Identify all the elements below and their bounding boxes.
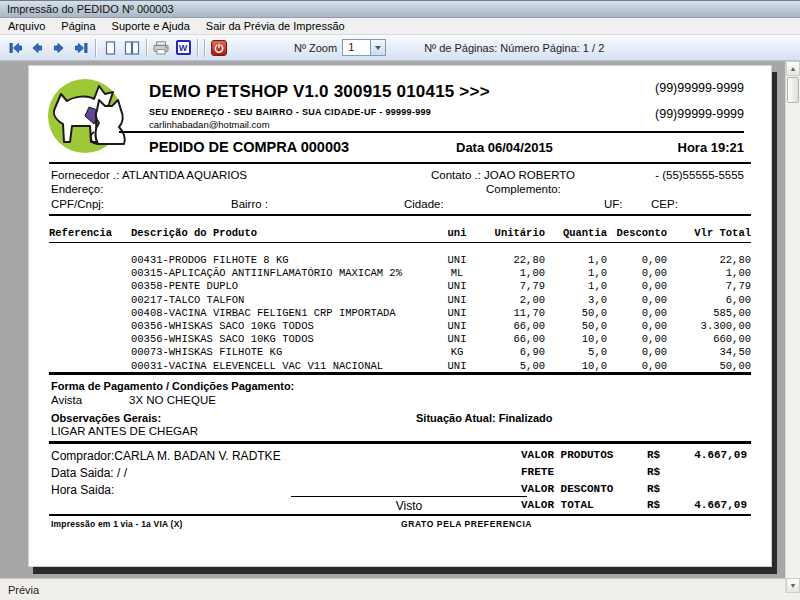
item-unitario: 22,80: [479, 254, 545, 267]
scrollbar-up-button[interactable]: ▲: [786, 61, 800, 76]
zoom-group: Nº Zoom 1: [294, 39, 386, 56]
table-row: 00431-PRODOG FILHOTE 8 KGUNI22,801,00,00…: [49, 254, 751, 267]
total-label: VALOR TOTAL: [521, 499, 647, 511]
total-value: 4.667,09: [679, 499, 747, 511]
prev-page-button[interactable]: [26, 38, 48, 58]
total-value: [679, 466, 747, 478]
table-row: 00356-WHISKAS SACO 10KG TODOSUNI66,0050,…: [49, 320, 751, 333]
menu-suporte-ajuda[interactable]: Suporte e Ajuda: [104, 18, 198, 34]
order-date: Data 06/04/2015: [456, 140, 553, 155]
items-table: 00431-PRODOG FILHOTE 8 KGUNI22,801,00,00…: [49, 254, 751, 373]
status-text: Prévia: [8, 584, 39, 596]
phone-bottom: (99)99999-9999: [655, 107, 744, 121]
power-exit-icon: [211, 40, 227, 56]
vertical-scrollbar[interactable]: ▲ ▼: [785, 61, 800, 593]
table-row: 00073-WHISKAS FILHOTE KGKG6,905,00,0034,…: [49, 346, 751, 359]
visto-label: Visto: [291, 499, 527, 513]
print-copies-note: Impressão em 1 via - 1a VIA (X): [51, 519, 183, 529]
total-label: VALOR PRODUTOS: [521, 449, 647, 461]
item-unitario: 1,00: [479, 267, 545, 280]
observations-value: LIGAR ANTES DE CHEGAR: [51, 425, 198, 437]
payment-title: Forma de Pagamento / Condições Pagamento…: [51, 380, 294, 392]
last-page-button[interactable]: [70, 38, 92, 58]
scrollbar-thumb[interactable]: [787, 77, 799, 103]
col-referencia: Referencia: [49, 227, 131, 239]
item-quantia: 1,0: [545, 254, 607, 267]
currency-label: R$: [647, 499, 679, 511]
total-value: [679, 483, 747, 495]
item-unitario: 2,00: [479, 294, 545, 307]
item-desconto: 0,00: [607, 333, 667, 346]
item-uni: UNI: [435, 294, 479, 307]
item-uni: UNI: [435, 333, 479, 346]
item-desc: 00031-VACINA ELEVENCELL VAC V11 NACIONAL: [131, 360, 435, 373]
total-products-row: VALOR PRODUTOS R$ 4.667,09: [521, 449, 747, 461]
item-desconto: 0,00: [607, 360, 667, 373]
last-page-icon: [74, 42, 89, 54]
item-total: 34,50: [667, 346, 751, 359]
status-bar: Prévia: [0, 578, 800, 600]
pages-info: Nº de Páginas: Número Página: 1 / 2: [424, 42, 604, 54]
exit-preview-button[interactable]: [208, 38, 230, 58]
col-unitario: Unitário: [479, 227, 545, 239]
buyer-name: Comprador:CARLA M. BADAN V. RADTKE: [51, 449, 281, 463]
item-desconto: 0,00: [607, 267, 667, 280]
thanks-note: GRATO PELA PREFERENCIA: [401, 519, 532, 529]
table-row: 00356-WHISKAS SACO 10KG TODOSUNI66,0010,…: [49, 333, 751, 346]
export-word-button[interactable]: W: [172, 38, 194, 58]
item-uni: KG: [435, 346, 479, 359]
menu-sair-previa[interactable]: Sair da Prévia de Impressão: [198, 18, 353, 34]
table-row: 00358-PENTE DUPLOUNI7,791,00,007,79: [49, 280, 751, 293]
title-bar[interactable]: Impressão do PEDIDO Nº 000003: [0, 0, 800, 18]
next-page-button[interactable]: [48, 38, 70, 58]
two-page-icon: [124, 41, 140, 55]
first-page-button[interactable]: [4, 38, 26, 58]
table-row: 00408-VACINA VIRBAC FELIGEN1 CRP IMPORTA…: [49, 307, 751, 320]
menu-arquivo[interactable]: Arquivo: [0, 18, 53, 34]
currency-label: R$: [647, 483, 679, 495]
item-desc: 00073-WHISKAS FILHOTE KG: [131, 346, 435, 359]
supplier-address-label: Endereço:: [51, 183, 103, 195]
scrollbar-down-button[interactable]: ▼: [786, 578, 800, 593]
toolbar-separator: [146, 39, 147, 57]
order-time: Hora 19:21: [678, 140, 744, 155]
item-desc: 00431-PRODOG FILHOTE 8 KG: [131, 254, 435, 267]
total-label: VALOR DESCONTO: [521, 483, 647, 495]
divider: [49, 441, 751, 444]
table-row: 00315-APLICAÇÃO ANTIINFLAMATÓRIO MAXICAM…: [49, 267, 751, 280]
print-preview-area[interactable]: DEMO PETSHOP V1.0 300915 010415 >>> SEU …: [0, 61, 800, 578]
item-uni: UNI: [435, 280, 479, 293]
print-button[interactable]: [150, 38, 172, 58]
item-desc: 00408-VACINA VIRBAC FELIGEN1 CRP IMPORTA…: [131, 307, 435, 320]
two-page-view-button[interactable]: [121, 38, 143, 58]
supplier-city-label: Cidade:: [404, 198, 444, 210]
chevron-down-icon: [375, 46, 381, 50]
col-quantia: Quantia: [545, 227, 607, 239]
item-total: 22,80: [667, 254, 751, 267]
item-quantia: 3,0: [545, 294, 607, 307]
item-desconto: 0,00: [607, 346, 667, 359]
document-page: DEMO PETSHOP V1.0 300915 010415 >>> SEU …: [28, 65, 772, 567]
menu-pagina[interactable]: Página: [53, 18, 103, 34]
supplier-contact: Contato .: JOAO ROBERTO: [431, 169, 575, 181]
item-desconto: 0,00: [607, 294, 667, 307]
item-desconto: 0,00: [607, 307, 667, 320]
first-page-icon: [8, 42, 23, 54]
item-unitario: 6,90: [479, 346, 545, 359]
col-vlr-total: Vlr Total: [667, 227, 751, 239]
zoom-dropdown-button[interactable]: [370, 40, 385, 55]
item-quantia: 50,0: [545, 320, 607, 333]
single-page-view-button[interactable]: [99, 38, 121, 58]
item-total: 3.300,00: [667, 320, 751, 333]
item-desconto: 0,00: [607, 320, 667, 333]
supplier-name: Fornecedor .: ATLANTIDA AQUARIOS: [51, 169, 247, 181]
item-uni: UNI: [435, 307, 479, 320]
payment-installments: 3X NO CHEQUE: [129, 394, 216, 406]
total-value: 4.667,09: [679, 449, 747, 461]
item-uni: UNI: [435, 320, 479, 333]
zoom-dropdown[interactable]: 1: [342, 39, 386, 56]
table-row: 00217-TALCO TALFONUNI2,003,00,006,00: [49, 294, 751, 307]
toolbar-separator: [204, 39, 205, 57]
item-quantia: 10,0: [545, 360, 607, 373]
item-total: 50,00: [667, 360, 751, 373]
